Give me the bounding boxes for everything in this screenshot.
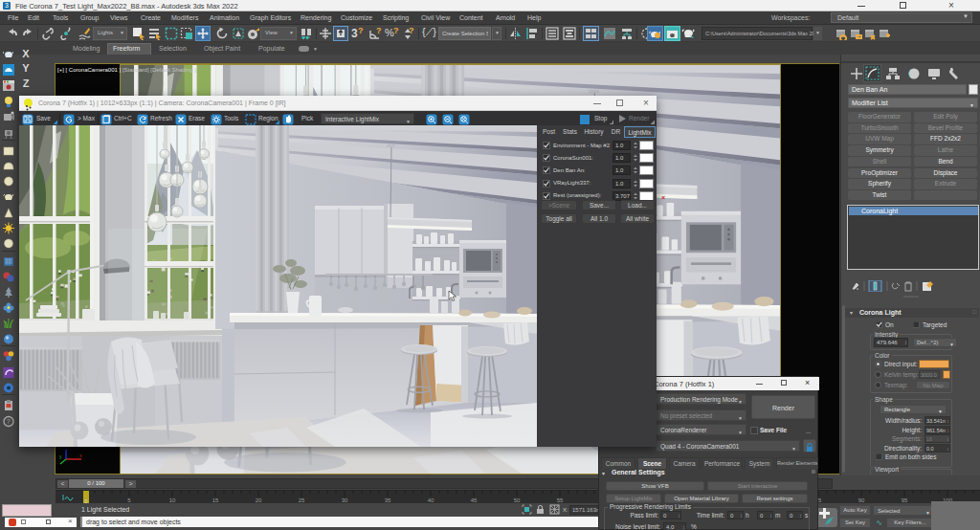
svg-text:x: x	[79, 453, 82, 458]
svg-text:30: 30	[342, 497, 348, 503]
svg-text:55: 55	[557, 497, 564, 503]
svg-text:y: y	[59, 453, 62, 459]
svg-text:45: 45	[471, 497, 478, 503]
svg-text:95: 95	[902, 497, 908, 503]
svg-text:35: 35	[385, 497, 391, 503]
svg-text:0: 0	[85, 498, 88, 504]
svg-text:20: 20	[256, 497, 262, 503]
svg-text:50: 50	[514, 497, 521, 503]
svg-text:?: ?	[7, 418, 11, 425]
svg-text:25: 25	[299, 497, 305, 503]
svg-text:90: 90	[858, 497, 865, 503]
svg-text:10: 10	[169, 497, 176, 503]
svg-text:5: 5	[127, 497, 131, 503]
svg-text:15: 15	[212, 497, 219, 503]
svg-text:40: 40	[428, 497, 434, 503]
